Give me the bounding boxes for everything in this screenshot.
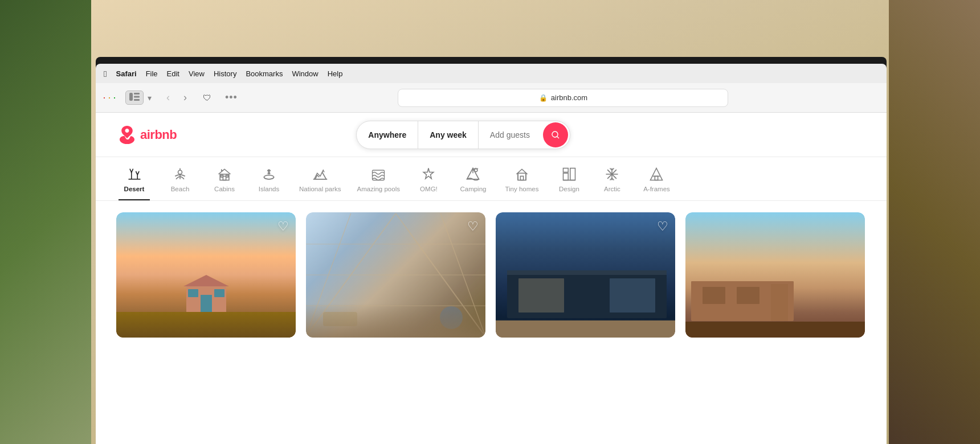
address-bar[interactable]: 🔒 airbnb.com <box>398 89 728 107</box>
svg-rect-47 <box>518 278 564 313</box>
svg-rect-21 <box>570 168 575 180</box>
amazing-pools-icon <box>370 166 386 182</box>
category-item-omg[interactable]: OMG! <box>416 166 442 200</box>
camping-label: Camping <box>460 186 486 192</box>
maximize-button[interactable] <box>114 97 115 98</box>
islands-icon <box>261 166 277 182</box>
airbnb-logo[interactable]: airbnb <box>119 126 177 144</box>
forward-button[interactable]: › <box>177 90 193 106</box>
help-menu[interactable]: Help <box>328 69 343 78</box>
category-item-national-parks[interactable]: National parks <box>299 166 341 200</box>
bookmarks-menu[interactable]: Bookmarks <box>246 69 283 78</box>
desert-label: Desert <box>124 186 145 192</box>
apple-menu[interactable]:  <box>104 69 107 79</box>
anywhere-pill[interactable]: Anywhere <box>357 121 418 149</box>
category-item-amazing-pools[interactable]: Amazing pools <box>357 166 400 200</box>
mountain-bg <box>306 303 485 338</box>
arctic-label: Arctic <box>604 186 620 192</box>
svg-rect-35 <box>188 289 198 297</box>
listing-image-3: ♡ <box>496 212 675 338</box>
window-menu[interactable]: Window <box>292 69 318 78</box>
a-frames-label: A-frames <box>643 186 670 192</box>
shield-icon[interactable]: 🛡 <box>199 90 215 106</box>
svg-rect-53 <box>737 287 760 304</box>
camping-icon <box>465 166 481 182</box>
category-item-islands[interactable]: Islands <box>255 166 283 200</box>
bg-right <box>877 0 980 444</box>
listing-card-4[interactable] <box>685 212 865 338</box>
svg-rect-32 <box>655 176 658 180</box>
page-content: airbnb Anywhere Any week Add guests Dese… <box>96 113 887 444</box>
omg-label: OMG! <box>420 186 438 192</box>
minimize-button[interactable] <box>109 97 110 98</box>
view-menu[interactable]: View <box>189 69 205 78</box>
national-parks-icon <box>312 166 328 182</box>
arctic-icon <box>604 166 620 182</box>
browser-chrome: ▾ ‹ › 🛡 ••• 🔒 airbnb.com <box>96 83 887 113</box>
search-button[interactable] <box>543 122 568 147</box>
history-menu[interactable]: History <box>214 69 236 78</box>
svg-rect-10 <box>221 175 223 178</box>
airbnb-logo-icon <box>119 126 136 144</box>
mac-menubar:  Safari File Edit View History Bookmark… <box>96 64 887 83</box>
sidebar-toggle-button[interactable] <box>125 91 144 105</box>
svg-rect-11 <box>226 175 228 178</box>
svg-rect-3 <box>134 99 140 101</box>
amazing-pools-label: Amazing pools <box>357 186 400 192</box>
edit-menu[interactable]: Edit <box>167 69 179 78</box>
category-item-cabins[interactable]: Cabins <box>210 166 239 200</box>
beach-label: Beach <box>171 186 190 192</box>
cabins-icon <box>217 166 232 182</box>
listing-card-1[interactable]: ♡ <box>116 212 296 338</box>
svg-rect-1 <box>134 93 140 94</box>
tiny-homes-icon <box>514 166 530 182</box>
favorite-button-3[interactable]: ♡ <box>657 219 668 234</box>
listing-image-4 <box>685 212 865 338</box>
listing-card-3[interactable]: ♡ <box>496 212 675 338</box>
listing-card-2[interactable]: ♡ <box>306 212 485 338</box>
category-item-desert[interactable]: Desert <box>119 166 150 200</box>
desert-icon <box>126 166 142 182</box>
search-icon <box>551 130 560 139</box>
svg-rect-48 <box>610 278 655 313</box>
listings-area: ♡ <box>96 201 887 349</box>
back-button[interactable]: ‹ <box>160 90 176 106</box>
cabins-label: Cabins <box>214 186 235 192</box>
ground-4 <box>685 322 865 338</box>
ground-3 <box>496 320 675 338</box>
sidebar-dropdown[interactable]: ▾ <box>145 92 154 104</box>
svg-rect-19 <box>563 173 568 180</box>
category-item-camping[interactable]: Camping <box>458 166 489 200</box>
islands-label: Islands <box>259 186 279 192</box>
category-item-design[interactable]: Design <box>555 166 583 200</box>
bg-left <box>0 0 91 444</box>
category-item-beach[interactable]: Beach <box>166 166 194 200</box>
design-label: Design <box>559 186 579 192</box>
favorite-button-1[interactable]: ♡ <box>277 219 289 234</box>
category-nav: Desert Beach Cabins <box>96 157 887 201</box>
listing-image-2: ♡ <box>306 212 485 338</box>
svg-rect-54 <box>771 284 788 321</box>
beach-icon <box>172 166 188 182</box>
file-menu[interactable]: File <box>146 69 158 78</box>
close-button[interactable] <box>104 97 105 98</box>
safari-menu[interactable]: Safari <box>116 69 136 78</box>
svg-rect-49 <box>507 270 667 275</box>
add-guests-pill[interactable]: Add guests <box>479 121 541 149</box>
svg-rect-52 <box>703 287 725 304</box>
category-item-arctic[interactable]: Arctic <box>599 166 625 200</box>
svg-rect-2 <box>134 96 140 98</box>
svg-rect-0 <box>129 93 133 101</box>
favorite-button-2[interactable]: ♡ <box>467 219 479 234</box>
building-silhouette-1 <box>183 275 229 315</box>
omg-icon <box>420 166 436 182</box>
sidebar-toggle-group: ▾ <box>125 91 154 105</box>
category-item-a-frames[interactable]: A-frames <box>641 166 672 200</box>
category-item-tiny-homes[interactable]: Tiny homes <box>505 166 539 200</box>
more-button[interactable]: ••• <box>220 90 242 105</box>
any-week-pill[interactable]: Any week <box>418 121 479 149</box>
partial-building <box>691 264 865 323</box>
national-parks-label: National parks <box>299 186 341 192</box>
search-bar[interactable]: Anywhere Any week Add guests <box>356 121 570 149</box>
airbnb-header: airbnb Anywhere Any week Add guests <box>96 113 887 157</box>
